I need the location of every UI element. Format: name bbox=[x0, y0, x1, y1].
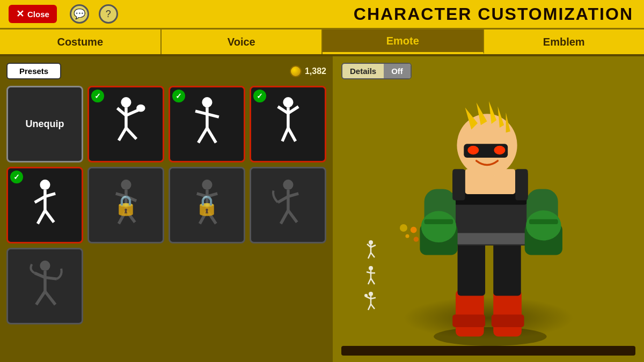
header: ✕ Close 💬 ? CHARACTER CUSTOMIZATION bbox=[0, 0, 644, 29]
svg-rect-76 bbox=[448, 233, 533, 244]
checkmark-badge-2: ✓ bbox=[172, 90, 185, 102]
svg-line-9 bbox=[195, 111, 207, 114]
svg-line-18 bbox=[288, 128, 295, 141]
svg-line-40 bbox=[277, 196, 288, 202]
currency-amount: 1,382 bbox=[305, 67, 326, 76]
presets-button[interactable]: Presets bbox=[6, 63, 61, 79]
tab-voice[interactable]: Voice bbox=[162, 29, 323, 54]
page-title: CHARACTER CUSTOMIZATION bbox=[354, 4, 633, 24]
svg-line-11 bbox=[198, 128, 207, 142]
help-button[interactable]: ? bbox=[99, 4, 118, 24]
emote-cell-2[interactable]: ✓ bbox=[169, 86, 245, 162]
emote-cell-5[interactable]: 🔒 bbox=[87, 167, 164, 243]
svg-marker-93 bbox=[506, 113, 510, 132]
svg-point-43 bbox=[40, 261, 50, 271]
tab-emote[interactable]: Emote bbox=[323, 29, 484, 54]
character-figure bbox=[331, 76, 625, 346]
emote-cell-7[interactable] bbox=[250, 167, 326, 243]
emote-cell-unequip[interactable]: Unequip bbox=[6, 86, 83, 162]
emote-grid: Unequip ✓ bbox=[6, 86, 326, 324]
svg-point-6 bbox=[136, 105, 145, 112]
left-panel: Presets 1,382 Unequip ✓ bbox=[0, 56, 333, 362]
lock-overlay-6: 🔒 bbox=[170, 168, 244, 242]
emote-silhouette-3 bbox=[262, 95, 314, 154]
svg-point-96 bbox=[494, 146, 505, 154]
checkmark-badge-4: ✓ bbox=[10, 171, 23, 183]
svg-line-5 bbox=[126, 128, 136, 139]
chat-button[interactable]: 💬 bbox=[70, 4, 89, 24]
svg-rect-74 bbox=[493, 239, 521, 295]
svg-line-22 bbox=[45, 194, 55, 196]
right-panel: Details Off bbox=[333, 56, 644, 362]
emote-cell-4[interactable]: ✓ bbox=[6, 167, 83, 243]
svg-point-100 bbox=[405, 234, 409, 238]
svg-line-12 bbox=[207, 128, 215, 142]
chat-icon: 💬 bbox=[74, 8, 85, 20]
close-icon: ✕ bbox=[16, 8, 24, 20]
svg-line-45 bbox=[34, 273, 45, 277]
svg-point-13 bbox=[283, 97, 293, 107]
lock-overlay-5: 🔒 bbox=[89, 168, 163, 242]
svg-line-23 bbox=[38, 210, 45, 224]
svg-rect-70 bbox=[493, 290, 522, 337]
svg-line-10 bbox=[207, 114, 218, 116]
header-icons: 💬 ? bbox=[70, 4, 118, 24]
close-button[interactable]: ✕ Close bbox=[9, 5, 57, 23]
svg-line-15 bbox=[277, 107, 288, 113]
currency-display: 1,382 bbox=[290, 65, 326, 77]
close-label: Close bbox=[27, 10, 49, 19]
svg-rect-69 bbox=[456, 290, 484, 337]
svg-line-46 bbox=[45, 277, 56, 279]
presets-row: Presets 1,382 bbox=[6, 63, 326, 79]
svg-line-42 bbox=[288, 210, 296, 222]
svg-rect-98 bbox=[515, 169, 528, 200]
svg-point-102 bbox=[400, 224, 407, 232]
emote-silhouette-4 bbox=[19, 176, 71, 235]
svg-rect-72 bbox=[492, 315, 524, 327]
svg-point-19 bbox=[40, 180, 50, 190]
emote-cell-8[interactable] bbox=[6, 248, 83, 324]
svg-line-48 bbox=[45, 291, 55, 305]
lock-icon-5: 🔒 bbox=[114, 194, 138, 217]
emote-cell-6[interactable]: 🔒 bbox=[169, 167, 245, 243]
unequip-label: Unequip bbox=[26, 119, 64, 130]
svg-point-101 bbox=[414, 237, 419, 241]
svg-line-3 bbox=[126, 109, 139, 115]
svg-point-68 bbox=[434, 327, 547, 346]
svg-line-17 bbox=[282, 128, 288, 141]
tab-costume[interactable]: Costume bbox=[0, 29, 162, 54]
svg-line-21 bbox=[34, 196, 45, 202]
help-icon: ? bbox=[106, 9, 111, 20]
svg-line-39 bbox=[288, 194, 298, 196]
tabs-bar: Costume Voice Emote Emblem bbox=[0, 29, 644, 56]
emote-silhouette-1 bbox=[100, 95, 152, 154]
svg-rect-73 bbox=[458, 239, 485, 295]
svg-point-81 bbox=[421, 211, 457, 242]
svg-point-0 bbox=[121, 97, 131, 107]
emote-cell-3[interactable]: ✓ bbox=[250, 86, 326, 162]
svg-line-47 bbox=[36, 291, 45, 305]
main-content: Presets 1,382 Unequip ✓ bbox=[0, 56, 644, 362]
tab-emblem[interactable]: Emblem bbox=[484, 29, 645, 54]
svg-line-16 bbox=[288, 107, 298, 113]
svg-point-85 bbox=[526, 210, 561, 240]
svg-rect-82 bbox=[425, 219, 453, 224]
svg-line-24 bbox=[45, 210, 53, 222]
svg-rect-71 bbox=[452, 315, 485, 327]
svg-point-7 bbox=[202, 97, 212, 107]
svg-line-41 bbox=[281, 210, 288, 224]
svg-rect-86 bbox=[529, 219, 558, 224]
coin-icon bbox=[290, 65, 302, 77]
emote-silhouette-2 bbox=[181, 95, 233, 154]
checkmark-badge-1: ✓ bbox=[91, 90, 104, 102]
emote-cell-1[interactable]: ✓ bbox=[87, 86, 164, 162]
svg-point-37 bbox=[283, 180, 293, 190]
character-preview bbox=[341, 86, 635, 356]
svg-rect-97 bbox=[452, 169, 465, 200]
ground-bar bbox=[341, 346, 635, 356]
svg-line-4 bbox=[119, 128, 126, 140]
svg-point-95 bbox=[467, 146, 479, 154]
lock-icon-6: 🔒 bbox=[195, 194, 219, 217]
emote-silhouette-8 bbox=[19, 257, 71, 316]
svg-point-99 bbox=[411, 227, 417, 233]
